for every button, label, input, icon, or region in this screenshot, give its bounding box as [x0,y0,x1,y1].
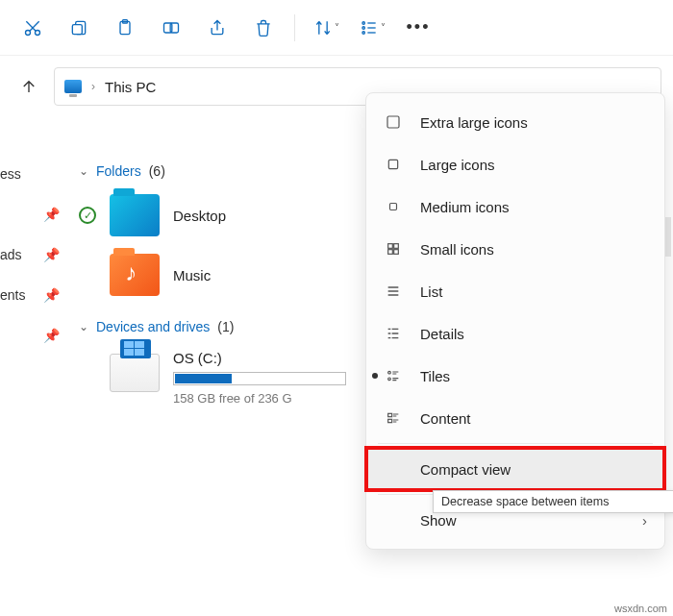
chevron-down-icon: ⌄ [79,320,88,333]
menu-item-small-icons[interactable]: Small icons [366,228,664,270]
menu-item-extra-large-icons[interactable]: Extra large icons [366,101,664,143]
svg-rect-11 [387,116,399,128]
svg-rect-3 [72,24,82,34]
cut-icon [23,18,42,37]
tiles-icon [384,366,403,385]
menu-separator [378,443,653,444]
this-pc-icon [64,80,82,93]
drive-free-text: 158 GB free of 236 G [173,391,346,406]
content-icon [384,408,403,428]
menu-item-content[interactable]: Content [366,397,664,439]
view-menu: Extra large icons Large icons Medium ico… [365,92,665,550]
up-arrow-icon [20,78,37,95]
svg-point-19 [388,378,391,381]
group-count: (6) [149,163,165,179]
menu-label: Compact view [420,461,511,478]
group-count: (1) [217,319,234,334]
drive-info: OS (C:) 158 GB free of 236 G [173,350,346,406]
drive-name: OS (C:) [173,350,346,366]
view-button[interactable]: ˅ [351,9,393,47]
small-icons-icon [384,239,403,259]
paste-icon [115,18,135,37]
menu-label: List [420,283,442,300]
pin-icon: 📌 [43,207,60,222]
menu-label: Large icons [420,157,495,173]
svg-rect-20 [388,413,392,416]
breadcrumb-location[interactable]: This PC [105,79,156,95]
chevron-down-icon: ⌄ [79,164,88,178]
menu-label: Tiles [420,368,450,384]
svg-rect-21 [388,419,392,422]
menu-label: Small icons [420,241,494,258]
sidebar-item[interactable]: ads📌 [0,234,67,275]
menu-item-details[interactable]: Details [366,312,664,355]
folder-item-music[interactable]: Music [79,254,319,296]
folder-name: Music [173,267,211,283]
pin-icon: 📌 [43,247,60,262]
menu-item-compact-view[interactable]: Compact view [366,448,664,490]
menu-label: Extra large icons [420,114,528,131]
svg-point-1 [36,30,40,35]
toolbar-separator [294,14,295,41]
sort-icon [313,18,333,37]
details-icon [384,324,403,343]
sidebar-item[interactable]: ess [0,154,67,194]
menu-label: Show [420,512,457,529]
copy-icon [69,18,88,37]
svg-point-9 [361,26,364,29]
menu-item-medium-icons[interactable]: Medium icons [366,185,664,228]
menu-item-large-icons[interactable]: Large icons [366,143,664,185]
group-label: Devices and drives [96,319,210,334]
menu-label: Medium icons [420,199,510,215]
tooltip: Decrease space between items [433,490,673,513]
svg-rect-14 [388,244,393,249]
sidebar-item[interactable]: 📌 [0,194,67,234]
sidebar-item[interactable]: ents📌 [0,275,67,315]
watermark: wsxdn.com [614,603,667,614]
more-icon: ••• [407,17,431,37]
chevron-right-icon: › [642,512,647,529]
svg-rect-16 [388,250,393,255]
svg-rect-15 [394,244,399,249]
folder-item-desktop[interactable]: ✓ Desktop [79,194,319,236]
svg-point-10 [361,31,364,34]
svg-point-18 [388,371,391,374]
rename-button[interactable] [150,9,192,47]
selected-bullet [372,373,378,379]
svg-rect-12 [388,160,397,168]
paste-button[interactable] [104,9,146,47]
pin-icon: 📌 [43,287,60,303]
delete-button[interactable] [242,9,285,47]
folder-name: Desktop [173,208,226,224]
list-icon [384,282,403,301]
drive-icon [110,354,160,392]
share-button[interactable] [196,9,238,47]
sidebar: ess 📌 ads📌 ents📌 📌 [0,154,67,356]
chevron-right-icon: › [91,80,95,93]
menu-item-tiles[interactable]: Tiles [366,355,664,397]
group-label: Folders [96,163,141,179]
extra-large-icons-icon [384,112,403,132]
svg-point-8 [361,21,364,24]
menu-label: Details [420,326,464,342]
pin-icon: 📌 [43,328,60,343]
delete-icon [254,18,273,37]
menu-item-list[interactable]: List [366,270,664,312]
more-button[interactable]: ••• [397,9,439,47]
large-icons-icon [384,155,403,174]
svg-point-0 [26,30,31,35]
sort-button[interactable]: ˅ [305,9,347,47]
copy-button[interactable] [58,9,100,47]
view-icon [360,18,379,37]
medium-icons-icon [384,197,403,216]
sidebar-item[interactable]: 📌 [0,315,67,356]
checkmark-icon: ✓ [79,207,96,224]
drive-usage-bar [173,372,346,385]
toolbar: ˅ ˅ ••• [0,0,673,56]
share-icon [208,18,227,37]
cut-button[interactable] [12,9,54,47]
folder-icon [110,254,160,296]
folder-icon [110,194,160,236]
svg-rect-13 [390,204,397,210]
up-button[interactable] [12,69,46,104]
